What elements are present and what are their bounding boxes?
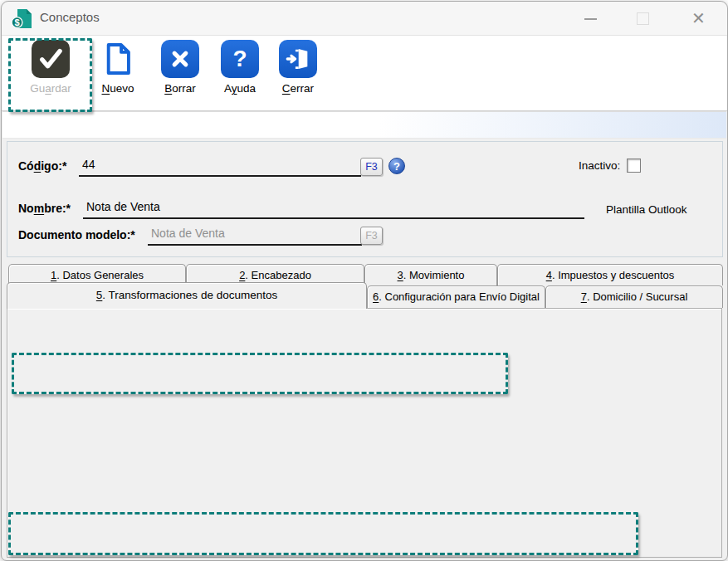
borrar-button[interactable]: Borrar (150, 40, 210, 106)
cerrar-button[interactable]: Cerrar (268, 40, 328, 106)
ayuda-label: Ayuda (210, 82, 270, 95)
documento-modelo-input: Nota de Venta (148, 225, 362, 246)
title-bar: $ Conceptos ✕ (2, 2, 727, 36)
cerrar-label: Cerrar (268, 82, 328, 95)
plantilla-outlook-label: Plantilla Outlook (606, 203, 687, 216)
ayuda-button[interactable]: ? Ayuda (210, 40, 270, 106)
exit-door-icon (279, 40, 317, 78)
guardar-button[interactable]: Guardar (20, 40, 81, 106)
inactivo-checkbox[interactable] (627, 159, 641, 173)
maximize-icon (637, 12, 649, 25)
codigo-label: Código:* (18, 159, 66, 173)
tab-content-panel (7, 308, 722, 558)
tab-transformaciones-documentos[interactable]: 5. Transformaciones de documentos (7, 282, 367, 309)
nuevo-button[interactable]: Nuevo (88, 40, 148, 106)
documento-modelo-f3-button: F3 (360, 227, 383, 245)
save-check-icon (32, 40, 70, 78)
window-title: Conceptos (40, 10, 100, 24)
nuevo-label: Nuevo (88, 82, 148, 95)
app-logo-icon: $ (11, 7, 33, 30)
header-band (2, 111, 726, 139)
documento-modelo-label: Documento modelo:* (18, 228, 135, 241)
new-document-icon (99, 40, 137, 78)
delete-x-icon (161, 40, 199, 78)
tab-impuestos-descuentos[interactable]: 4. Impuestos y descuentos (497, 264, 723, 285)
tab-configuracion-envio-digital[interactable]: 6. Configuración para Envío Digital (367, 285, 545, 308)
nombre-label: Nombre:* (18, 202, 71, 215)
codigo-f3-button[interactable]: F3 (360, 158, 383, 176)
svg-text:$: $ (14, 17, 19, 27)
tab-domicilio-sucursal[interactable]: 7. Domicilio / Sucursal (545, 285, 723, 308)
guardar-label: Guardar (20, 82, 81, 95)
codigo-help-icon[interactable]: ? (388, 158, 405, 174)
conceptos-window: $ Conceptos ✕ Guardar Nuevo Borrar (1, 1, 728, 561)
nombre-input[interactable]: Nota de Venta (83, 198, 584, 219)
borrar-label: Borrar (150, 82, 210, 95)
help-icon: ? (221, 40, 259, 78)
minimize-icon (584, 18, 597, 20)
toolbar: Guardar Nuevo Borrar ? Ayuda (2, 36, 727, 111)
close-icon: ✕ (691, 8, 706, 28)
codigo-input[interactable]: 44 (79, 156, 361, 177)
tab-movimiento[interactable]: 3. Movimiento (364, 264, 497, 285)
inactivo-label: Inactivo: (579, 159, 620, 172)
